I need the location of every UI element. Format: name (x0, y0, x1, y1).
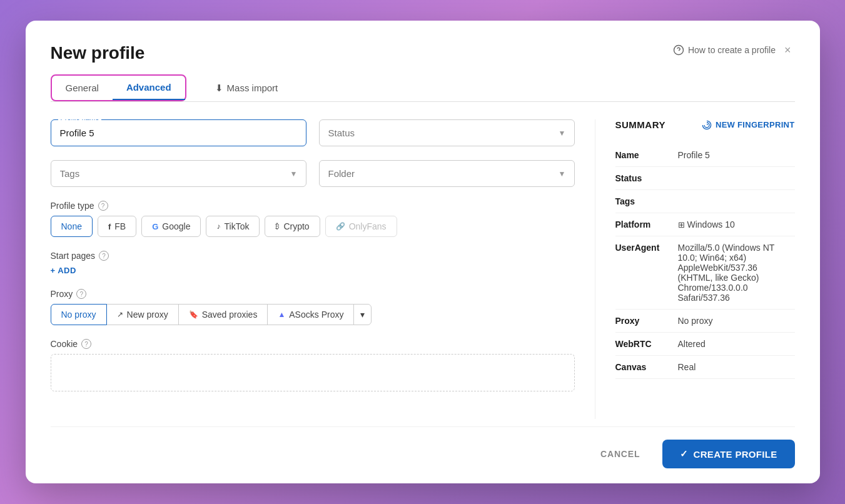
folder-field: ▼ (319, 160, 575, 187)
onlyfans-icon: 🔗 (336, 222, 345, 231)
folder-input[interactable] (319, 160, 575, 187)
tags-field: ▼ (51, 160, 306, 187)
form-row-name-status: Profile name ▼ (51, 119, 575, 146)
form-section: Profile name ▼ ▼ ▼ (51, 119, 575, 419)
tab-advanced[interactable]: Advanced (113, 76, 185, 100)
summary-row: Tags (615, 190, 795, 213)
summary-row-key: Platform (615, 219, 678, 229)
create-profile-label: CREATE PROFILE (694, 449, 777, 460)
new-fingerprint-label: NEW FINGERPRINT (716, 120, 795, 129)
summary-panel: SUMMARY NEW FINGERPRINT NameProfile 5Sta… (595, 119, 795, 419)
summary-row-key: WebRTC (615, 339, 678, 349)
proxy-btn-asocks[interactable]: ▲ ASocks Proxy (267, 304, 354, 325)
summary-row: CanvasReal (615, 356, 795, 379)
how-to-label: How to create a profile (688, 45, 776, 55)
crypto-icon: ₿ (275, 222, 280, 231)
proxy-label-row: Proxy ? (51, 289, 575, 299)
summary-row-value: No proxy (678, 316, 795, 326)
modal-header: New profile How to create a profile × (51, 43, 795, 63)
summary-header: SUMMARY NEW FINGERPRINT (615, 119, 795, 130)
add-start-page-button[interactable]: + ADD (51, 266, 575, 275)
start-pages-label: Start pages (51, 251, 96, 261)
summary-row-value: Real (678, 362, 795, 372)
checkmark-icon: ✓ (680, 448, 688, 460)
profile-name-input[interactable] (51, 119, 306, 146)
summary-row: NameProfile 5 (615, 144, 795, 167)
summary-row-key: Canvas (615, 362, 678, 372)
start-pages-help-icon[interactable]: ? (99, 251, 109, 261)
profile-type-buttons: None f FB G Google ♪ TikTok ₿ (51, 216, 575, 237)
profile-name-field: Profile name (51, 119, 306, 146)
summary-row-key: Tags (615, 196, 678, 206)
cookie-label: Cookie (51, 339, 78, 349)
modal-body: Profile name ▼ ▼ ▼ (51, 119, 795, 419)
summary-row-key: Proxy (615, 316, 678, 326)
start-pages-section: Start pages ? + ADD (51, 251, 575, 275)
new-proxy-icon: ↗ (117, 310, 123, 319)
form-row-tags-folder: ▼ ▼ (51, 160, 575, 187)
proxy-help-icon[interactable]: ? (76, 289, 86, 299)
summary-row-value: ⊞Windows 10 (678, 219, 795, 229)
proxy-section: Proxy ? No proxy ↗ New proxy 🔖 Saved pro… (51, 289, 575, 325)
summary-row: ProxyNo proxy (615, 310, 795, 333)
create-profile-button[interactable]: ✓ CREATE PROFILE (662, 440, 794, 468)
close-button[interactable]: × (781, 43, 795, 57)
proxy-dropdown-button[interactable]: ▾ (353, 304, 372, 325)
how-to-icon (673, 44, 684, 56)
modal-footer: CANCEL ✓ CREATE PROFILE (51, 426, 795, 468)
profile-type-label: Profile type (51, 201, 94, 211)
type-btn-google[interactable]: G Google (141, 216, 201, 237)
proxy-btn-no-proxy[interactable]: No proxy (51, 304, 107, 325)
proxy-buttons-group: No proxy ↗ New proxy 🔖 Saved proxies ▲ A… (51, 304, 575, 325)
proxy-btn-saved-proxies[interactable]: 🔖 Saved proxies (178, 304, 268, 325)
proxy-dropdown-chevron: ▾ (360, 310, 365, 320)
tabs-bar: General Advanced ⬇ Mass import (51, 74, 795, 102)
google-icon: G (152, 222, 158, 231)
how-to-link[interactable]: How to create a profile (673, 44, 776, 56)
tiktok-icon: ♪ (216, 222, 220, 231)
summary-row-value: Mozilla/5.0 (Windows NT 10.0; Win64; x64… (678, 243, 795, 303)
fingerprint-icon (702, 120, 712, 130)
status-field: ▼ (319, 119, 575, 146)
summary-row: Platform⊞Windows 10 (615, 213, 795, 236)
type-btn-onlyfans: 🔗 OnlyFans (325, 216, 397, 237)
summary-row-key: UserAgent (615, 243, 678, 253)
profile-type-help-icon[interactable]: ? (98, 201, 108, 211)
asocks-icon: ▲ (278, 310, 285, 319)
summary-row-value: Altered (678, 339, 795, 349)
type-btn-none[interactable]: None (51, 216, 93, 237)
proxy-label: Proxy (51, 289, 73, 299)
saved-proxies-icon: 🔖 (189, 310, 198, 319)
modal-title: New profile (51, 43, 145, 63)
summary-row-key: Name (615, 150, 678, 160)
summary-row-value: Profile 5 (678, 150, 795, 160)
cookie-label-row: Cookie ? (51, 339, 575, 349)
proxy-btn-new-proxy[interactable]: ↗ New proxy (106, 304, 179, 325)
tags-input[interactable] (51, 160, 306, 187)
tab-general[interactable]: General (52, 76, 113, 100)
cookie-area[interactable] (51, 354, 575, 391)
new-fingerprint-button[interactable]: NEW FINGERPRINT (702, 120, 795, 130)
type-btn-crypto[interactable]: ₿ Crypto (265, 216, 320, 237)
profile-type-section: Profile type ? None f FB G Google ♪ (51, 201, 575, 237)
start-pages-label-row: Start pages ? (51, 251, 575, 261)
summary-row-key: Status (615, 173, 678, 183)
summary-row: Status (615, 167, 795, 190)
mass-import-label: Mass import (227, 83, 278, 93)
summary-rows: NameProfile 5StatusTagsPlatform⊞Windows … (615, 144, 795, 379)
status-input[interactable] (319, 119, 575, 146)
type-btn-fb[interactable]: f FB (98, 216, 136, 237)
summary-row: WebRTCAltered (615, 333, 795, 356)
profile-type-label-row: Profile type ? (51, 201, 575, 211)
tabs-left-group: General Advanced (51, 74, 186, 101)
modal-header-right: How to create a profile × (673, 43, 795, 57)
cancel-button[interactable]: CANCEL (588, 441, 652, 466)
summary-title: SUMMARY (615, 119, 665, 130)
new-profile-modal: New profile How to create a profile × Ge… (26, 21, 820, 483)
tab-mass-import[interactable]: ⬇ Mass import (201, 76, 292, 100)
cookie-help-icon[interactable]: ? (81, 339, 91, 349)
cookie-section: Cookie ? (51, 339, 575, 391)
type-btn-tiktok[interactable]: ♪ TikTok (206, 216, 260, 237)
summary-row: UserAgentMozilla/5.0 (Windows NT 10.0; W… (615, 236, 795, 310)
fb-icon: f (108, 222, 111, 231)
